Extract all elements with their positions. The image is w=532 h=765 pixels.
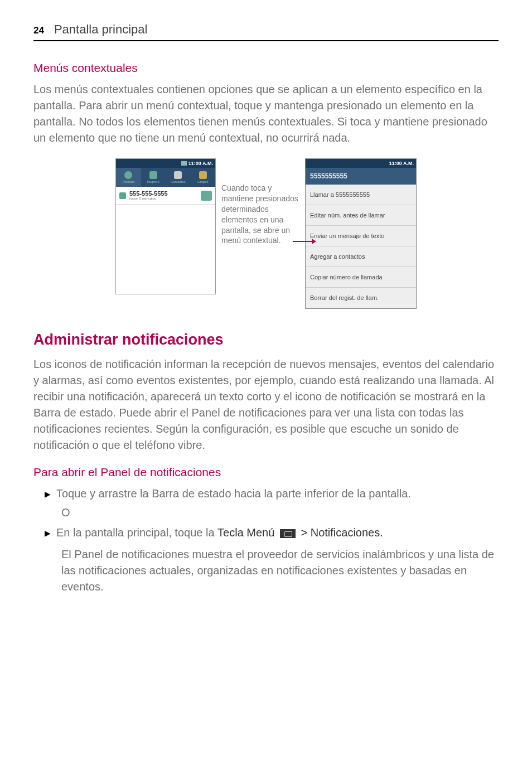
bullet-2c: > (298, 526, 311, 539)
bullet-2a: En la pantalla principal, toque la (56, 526, 217, 539)
log-icon (149, 171, 157, 179)
ctx-item-delete[interactable]: Borrar del regist. de llam. (306, 288, 416, 308)
phone-icon (124, 171, 132, 179)
call-log-row[interactable]: 555-555-5555 hace 0 minutos (116, 187, 215, 205)
signal-icon (181, 161, 187, 166)
tab-label: Grupos (197, 180, 209, 183)
tabs-row: Teléfono Registro Contactos Grupos (116, 168, 215, 187)
page-header: 24 Pantalla principal (33, 22, 499, 41)
bullet-2d: Notificaciones. (311, 526, 383, 539)
groups-icon (199, 171, 207, 179)
tab-label: Registro (147, 180, 159, 183)
page-number: 24 (33, 25, 44, 36)
tab-phone[interactable]: Teléfono (116, 168, 141, 187)
contacts-icon (174, 171, 182, 179)
heading-open-panel: Para abrir el Panel de notificaciones (33, 466, 499, 479)
bullet-1-text: Toque y arrastre la Barra de estado haci… (56, 486, 411, 502)
ctx-item-call[interactable]: Llamar a 5555555555 (306, 185, 416, 205)
bullet-2: ▶ En la pantalla principal, toque la Tec… (45, 525, 499, 541)
context-menu-title: 5555555555 (306, 168, 416, 185)
call-time-text: hace 0 minutos (129, 197, 197, 201)
figure-caption: Cuando toca y mantiene presionados deter… (221, 158, 299, 246)
bullet-marker-icon: ▶ (45, 527, 51, 539)
outgoing-call-icon (119, 192, 126, 199)
bullet-1: ▶ Toque y arrastre la Barra de estado ha… (45, 486, 499, 502)
ctx-item-sms[interactable]: Enviar un mensaje de texto (306, 226, 416, 246)
bullet-2b: Tecla Menú (217, 526, 274, 539)
ctx-item-add-contact[interactable]: Agregar a contactos (306, 246, 416, 267)
status-bar: 11:00 A.M. (306, 159, 416, 168)
body-contextual-menus: Los menús contextuales contienen opcione… (33, 81, 499, 146)
or-text: O (61, 506, 499, 519)
figure-contextual-menu: 11:00 A.M. Teléfono Registro Contactos (33, 158, 499, 309)
menu-key-icon (280, 529, 296, 538)
status-bar: 11:00 A.M. (116, 159, 215, 168)
tab-groups[interactable]: Grupos (191, 168, 216, 187)
phone-screenshot-left: 11:00 A.M. Teléfono Registro Contactos (115, 158, 216, 294)
heading-manage-notifications: Administrar notificaciones (33, 331, 499, 348)
bullet-marker-icon: ▶ (45, 488, 51, 500)
caption-text: Cuando toca y mantiene presionados deter… (221, 183, 298, 245)
call-number: 555-555-5555 hace 0 minutos (129, 190, 197, 201)
after-bullet-text: El Panel de notificaciones muestra el pr… (61, 546, 499, 595)
tab-contacts[interactable]: Contactos (166, 168, 191, 187)
ctx-item-copy[interactable]: Copiar número de llamada (306, 267, 416, 288)
call-number-text: 555-555-5555 (129, 190, 168, 197)
context-menu-screenshot: 11:00 A.M. 5555555555 Llamar a 555555555… (305, 158, 417, 309)
bullet-2-text: En la pantalla principal, toque la Tecla… (56, 525, 383, 541)
status-time: 11:00 A.M. (389, 161, 414, 166)
status-time: 11:00 A.M. (188, 161, 213, 166)
section-title: Pantalla principal (54, 22, 148, 37)
tab-label: Teléfono (122, 180, 135, 183)
tab-log[interactable]: Registro (141, 168, 166, 187)
heading-contextual-menus: Menús contextuales (33, 61, 499, 75)
dial-button-icon[interactable] (201, 191, 212, 201)
ctx-item-edit[interactable]: Editar núm. antes de llamar (306, 205, 416, 226)
arrow-icon (293, 241, 313, 242)
tab-label: Contactos (171, 180, 186, 183)
body-manage-notifications: Los iconos de notificación informan la r… (33, 356, 499, 453)
